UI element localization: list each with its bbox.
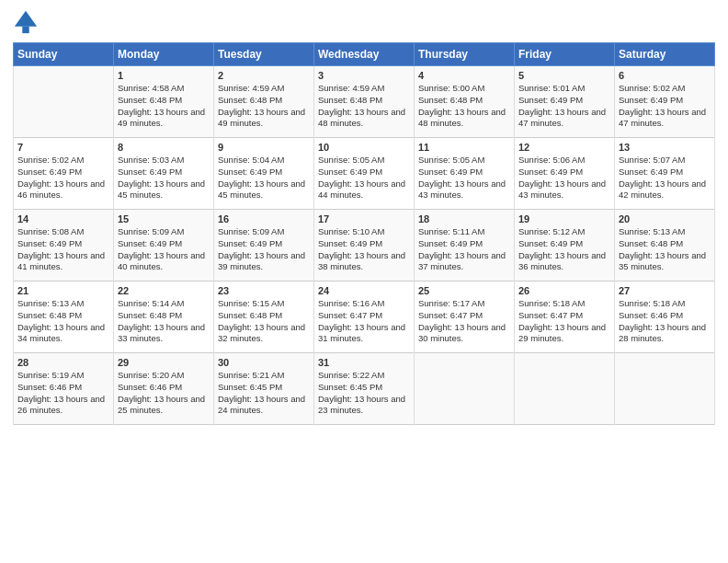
day-number: 24 <box>318 285 410 296</box>
day-cell: 29Sunrise: 5:20 AMSunset: 6:46 PMDayligh… <box>114 353 214 425</box>
day-cell: 21Sunrise: 5:13 AMSunset: 6:48 PMDayligh… <box>14 282 114 353</box>
day-cell: 8Sunrise: 5:03 AMSunset: 6:49 PMDaylight… <box>114 138 214 210</box>
day-info: Sunrise: 5:16 AMSunset: 6:47 PMDaylight:… <box>318 298 410 345</box>
header-row: SundayMondayTuesdayWednesdayThursdayFrid… <box>14 43 715 66</box>
day-cell <box>615 353 715 425</box>
col-header-tuesday: Tuesday <box>214 43 314 66</box>
day-info: Sunrise: 5:22 AMSunset: 6:45 PMDaylight:… <box>318 370 410 417</box>
day-number: 23 <box>218 285 310 296</box>
day-info: Sunrise: 5:19 AMSunset: 6:46 PMDaylight:… <box>17 370 109 417</box>
day-number: 17 <box>318 213 410 224</box>
col-header-friday: Friday <box>515 43 615 66</box>
day-number: 8 <box>118 142 210 153</box>
day-number: 20 <box>619 213 711 224</box>
day-info: Sunrise: 5:10 AMSunset: 6:49 PMDaylight:… <box>318 226 410 273</box>
day-cell: 22Sunrise: 5:14 AMSunset: 6:48 PMDayligh… <box>114 282 214 353</box>
day-number: 5 <box>518 70 610 81</box>
day-info: Sunrise: 5:09 AMSunset: 6:49 PMDaylight:… <box>218 226 310 273</box>
day-info: Sunrise: 4:59 AMSunset: 6:48 PMDaylight:… <box>318 83 410 130</box>
day-number: 29 <box>118 357 210 368</box>
day-info: Sunrise: 5:04 AMSunset: 6:49 PMDaylight:… <box>218 155 310 201</box>
week-row-4: 21Sunrise: 5:13 AMSunset: 6:48 PMDayligh… <box>14 282 715 353</box>
day-info: Sunrise: 5:02 AMSunset: 6:49 PMDaylight:… <box>17 155 109 201</box>
week-row-5: 28Sunrise: 5:19 AMSunset: 6:46 PMDayligh… <box>14 353 715 425</box>
day-number: 15 <box>118 213 210 224</box>
week-row-2: 7Sunrise: 5:02 AMSunset: 6:49 PMDaylight… <box>14 138 715 210</box>
day-cell: 11Sunrise: 5:05 AMSunset: 6:49 PMDayligh… <box>415 138 515 210</box>
day-number: 6 <box>619 70 711 81</box>
day-info: Sunrise: 5:12 AMSunset: 6:49 PMDaylight:… <box>518 226 610 273</box>
day-info: Sunrise: 5:15 AMSunset: 6:48 PMDaylight:… <box>218 298 310 345</box>
svg-rect-1 <box>22 27 28 33</box>
day-cell: 16Sunrise: 5:09 AMSunset: 6:49 PMDayligh… <box>214 210 314 282</box>
day-info: Sunrise: 5:01 AMSunset: 6:49 PMDaylight:… <box>518 83 610 130</box>
day-cell: 4Sunrise: 5:00 AMSunset: 6:48 PMDaylight… <box>415 66 515 138</box>
day-info: Sunrise: 5:17 AMSunset: 6:47 PMDaylight:… <box>418 298 510 345</box>
day-number: 3 <box>318 70 410 81</box>
col-header-thursday: Thursday <box>415 43 515 66</box>
day-cell: 13Sunrise: 5:07 AMSunset: 6:49 PMDayligh… <box>615 138 715 210</box>
day-info: Sunrise: 5:18 AMSunset: 6:47 PMDaylight:… <box>518 298 610 345</box>
day-cell: 19Sunrise: 5:12 AMSunset: 6:49 PMDayligh… <box>515 210 615 282</box>
day-cell: 2Sunrise: 4:59 AMSunset: 6:48 PMDaylight… <box>214 66 314 138</box>
day-info: Sunrise: 5:06 AMSunset: 6:49 PMDaylight:… <box>518 155 610 201</box>
day-info: Sunrise: 5:05 AMSunset: 6:49 PMDaylight:… <box>418 155 510 201</box>
day-number: 21 <box>17 285 109 296</box>
day-info: Sunrise: 5:09 AMSunset: 6:49 PMDaylight:… <box>118 226 210 273</box>
day-info: Sunrise: 4:59 AMSunset: 6:48 PMDaylight:… <box>218 83 310 130</box>
day-cell: 6Sunrise: 5:02 AMSunset: 6:49 PMDaylight… <box>615 66 715 138</box>
day-cell: 27Sunrise: 5:18 AMSunset: 6:46 PMDayligh… <box>615 282 715 353</box>
day-info: Sunrise: 5:14 AMSunset: 6:48 PMDaylight:… <box>118 298 210 345</box>
day-cell <box>415 353 515 425</box>
day-number: 1 <box>118 70 210 81</box>
day-info: Sunrise: 5:20 AMSunset: 6:46 PMDaylight:… <box>118 370 210 417</box>
day-info: Sunrise: 5:08 AMSunset: 6:49 PMDaylight:… <box>17 226 109 273</box>
day-cell: 18Sunrise: 5:11 AMSunset: 6:49 PMDayligh… <box>415 210 515 282</box>
day-number: 25 <box>418 285 510 296</box>
day-number: 31 <box>318 357 410 368</box>
day-number: 30 <box>218 357 310 368</box>
day-cell: 24Sunrise: 5:16 AMSunset: 6:47 PMDayligh… <box>314 282 415 353</box>
day-cell: 1Sunrise: 4:58 AMSunset: 6:48 PMDaylight… <box>114 66 214 138</box>
day-info: Sunrise: 5:11 AMSunset: 6:49 PMDaylight:… <box>418 226 510 273</box>
day-number: 12 <box>518 142 610 153</box>
day-number: 26 <box>518 285 610 296</box>
day-cell: 9Sunrise: 5:04 AMSunset: 6:49 PMDaylight… <box>214 138 314 210</box>
logo <box>13 9 42 35</box>
col-header-sunday: Sunday <box>14 43 114 66</box>
day-number: 10 <box>318 142 410 153</box>
day-cell: 5Sunrise: 5:01 AMSunset: 6:49 PMDaylight… <box>515 66 615 138</box>
day-number: 18 <box>418 213 510 224</box>
day-info: Sunrise: 5:03 AMSunset: 6:49 PMDaylight:… <box>118 155 210 201</box>
day-info: Sunrise: 5:00 AMSunset: 6:48 PMDaylight:… <box>418 83 510 130</box>
calendar-container: SundayMondayTuesdayWednesdayThursdayFrid… <box>0 0 728 563</box>
col-header-monday: Monday <box>114 43 214 66</box>
day-cell: 28Sunrise: 5:19 AMSunset: 6:46 PMDayligh… <box>14 353 114 425</box>
day-number: 13 <box>619 142 711 153</box>
day-number: 19 <box>518 213 610 224</box>
day-cell <box>515 353 615 425</box>
day-number: 9 <box>218 142 310 153</box>
day-cell: 20Sunrise: 5:13 AMSunset: 6:48 PMDayligh… <box>615 210 715 282</box>
day-number: 4 <box>418 70 510 81</box>
day-cell: 26Sunrise: 5:18 AMSunset: 6:47 PMDayligh… <box>515 282 615 353</box>
day-info: Sunrise: 5:13 AMSunset: 6:48 PMDaylight:… <box>17 298 109 345</box>
day-info: Sunrise: 4:58 AMSunset: 6:48 PMDaylight:… <box>118 83 210 130</box>
day-info: Sunrise: 5:07 AMSunset: 6:49 PMDaylight:… <box>619 155 711 201</box>
day-number: 2 <box>218 70 310 81</box>
day-number: 7 <box>17 142 109 153</box>
day-number: 28 <box>17 357 109 368</box>
day-number: 22 <box>118 285 210 296</box>
col-header-saturday: Saturday <box>615 43 715 66</box>
day-cell: 25Sunrise: 5:17 AMSunset: 6:47 PMDayligh… <box>415 282 515 353</box>
day-cell: 23Sunrise: 5:15 AMSunset: 6:48 PMDayligh… <box>214 282 314 353</box>
day-cell: 3Sunrise: 4:59 AMSunset: 6:48 PMDaylight… <box>314 66 415 138</box>
day-info: Sunrise: 5:18 AMSunset: 6:46 PMDaylight:… <box>619 298 711 345</box>
day-number: 27 <box>619 285 711 296</box>
day-cell <box>14 66 114 138</box>
day-number: 16 <box>218 213 310 224</box>
header <box>13 9 715 35</box>
calendar-table: SundayMondayTuesdayWednesdayThursdayFrid… <box>13 42 715 425</box>
day-cell: 14Sunrise: 5:08 AMSunset: 6:49 PMDayligh… <box>14 210 114 282</box>
day-info: Sunrise: 5:21 AMSunset: 6:45 PMDaylight:… <box>218 370 310 417</box>
